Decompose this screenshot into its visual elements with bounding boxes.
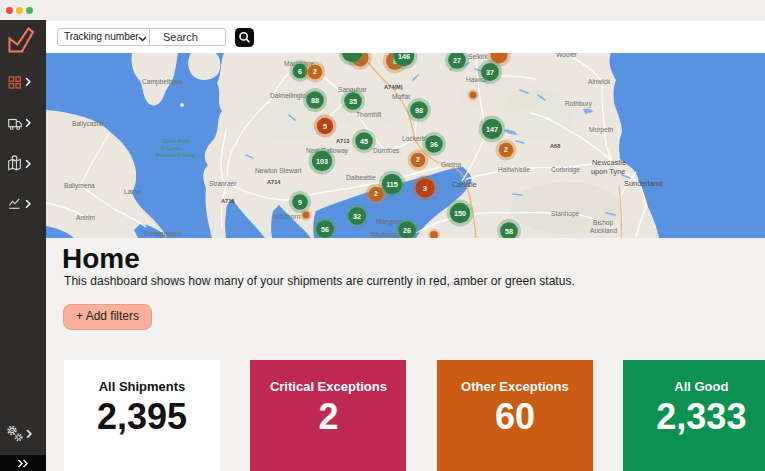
svg-text:Carlisle: Carlisle (452, 180, 477, 189)
svg-text:6: 6 (298, 67, 302, 76)
svg-text:Moffat: Moffat (392, 93, 410, 100)
svg-text:98: 98 (415, 106, 423, 115)
svg-text:A713: A713 (336, 138, 349, 144)
svg-text:2: 2 (374, 190, 378, 197)
svg-text:Selkirk: Selkirk (468, 53, 488, 60)
svg-text:Rothbury: Rothbury (565, 100, 592, 108)
svg-text:A68: A68 (550, 143, 560, 149)
svg-text:26: 26 (403, 226, 411, 235)
svg-text:Wooler: Wooler (556, 53, 578, 58)
svg-text:Thornhill: Thornhill (356, 111, 382, 118)
svg-text:36: 36 (430, 140, 438, 149)
svg-text:Ballymena: Ballymena (64, 182, 95, 190)
svg-text:56: 56 (321, 225, 329, 234)
svg-text:Whithorn: Whithorn (274, 213, 301, 220)
svg-text:A714: A714 (267, 179, 281, 185)
svg-text:150: 150 (454, 209, 466, 218)
svg-text:Haltwhistle: Haltwhistle (498, 166, 530, 173)
svg-text:Ballycastle: Ballycastle (72, 120, 104, 128)
svg-text:35: 35 (349, 97, 357, 106)
svg-text:5: 5 (323, 122, 327, 131)
svg-text:2: 2 (504, 146, 508, 153)
svg-text:147: 147 (486, 125, 498, 134)
svg-text:115: 115 (386, 180, 398, 189)
svg-text:9: 9 (298, 198, 302, 207)
svg-text:2: 2 (416, 156, 420, 163)
svg-text:A74(M): A74(M) (384, 84, 403, 90)
svg-text:103: 103 (316, 157, 328, 166)
svg-text:3: 3 (423, 184, 427, 193)
svg-text:58: 58 (505, 227, 513, 236)
svg-text:Corbridge: Corbridge (551, 166, 580, 174)
svg-text:Larne: Larne (124, 188, 141, 195)
svg-text:Stranraer: Stranraer (209, 180, 237, 187)
svg-text:Dalbeattie: Dalbeattie (346, 174, 376, 181)
svg-text:Gretna: Gretna (441, 161, 461, 168)
svg-text:Newcastle: Newcastle (592, 158, 626, 167)
svg-text:Antrim: Antrim (76, 214, 96, 221)
svg-text:32: 32 (353, 212, 361, 221)
svg-text:Donaghadee: Donaghadee (144, 230, 182, 238)
svg-text:Newton Stewart: Newton Stewart (255, 167, 302, 174)
svg-text:A716: A716 (221, 198, 234, 204)
svg-text:of Clyde: of Clyde (160, 145, 181, 151)
svg-text:37: 37 (486, 68, 494, 77)
svg-text:2: 2 (313, 68, 317, 75)
svg-text:Sunderland: Sunderland (624, 179, 662, 188)
svg-text:Morpeth: Morpeth (589, 126, 614, 134)
svg-text:Campbeltown: Campbeltown (142, 78, 183, 86)
svg-text:45: 45 (360, 137, 368, 146)
svg-text:27: 27 (453, 56, 461, 65)
svg-text:Dumfries: Dumfries (373, 147, 400, 154)
svg-text:Alnwick: Alnwick (588, 78, 611, 85)
svg-text:88: 88 (311, 96, 319, 105)
svg-text:146: 146 (398, 53, 410, 61)
svg-text:Outer Firth: Outer Firth (162, 138, 190, 144)
svg-text:upon Tyne: upon Tyne (591, 167, 625, 176)
svg-text:Protected Area: Protected Area (156, 152, 195, 158)
svg-text:Auckland: Auckland (590, 227, 617, 234)
svg-text:Stanhope: Stanhope (551, 210, 580, 218)
svg-text:Bishop: Bishop (593, 219, 613, 227)
